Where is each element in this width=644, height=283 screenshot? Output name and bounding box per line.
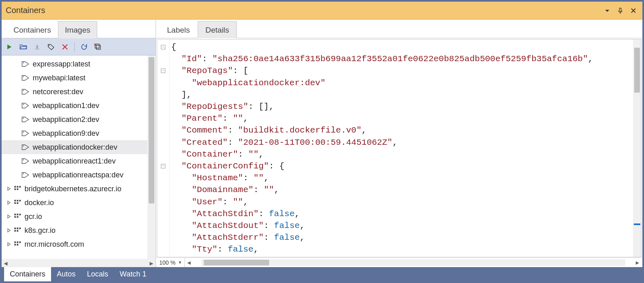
svg-point-0	[49, 45, 49, 46]
item-label: mywebapi:latest	[33, 74, 85, 82]
image-item[interactable]: netcorerest:dev	[2, 85, 147, 99]
expand-arrow-icon[interactable]	[5, 201, 13, 205]
tab-details[interactable]: Details	[198, 21, 237, 38]
image-item[interactable]: webapplicationdocker:dev	[2, 140, 147, 154]
image-item[interactable]: webapplication9:dev	[2, 126, 147, 140]
tag-icon	[21, 130, 30, 137]
editor-hscroll-right-icon[interactable]: ►	[633, 259, 642, 266]
hscroll-track[interactable]	[10, 260, 147, 266]
registry-item[interactable]: docker.io	[2, 196, 147, 210]
open-folder-button[interactable]	[18, 42, 29, 52]
json-editor: −−− { "Id": "sha256:0ae14a633f315b699aa1…	[157, 39, 642, 257]
pull-button[interactable]	[32, 42, 42, 52]
fold-toggle-icon[interactable]: −	[161, 45, 165, 49]
chevron-down-icon: ▼	[178, 260, 182, 265]
expand-arrow-icon[interactable]	[5, 187, 13, 191]
svg-rect-15	[17, 188, 18, 190]
panel-body: Containers Images	[2, 20, 642, 267]
toolbar-separator	[74, 42, 75, 52]
close-icon[interactable]	[628, 6, 638, 15]
zoom-dropdown[interactable]: 100 % ▼	[157, 258, 185, 267]
tree-vscroll[interactable]	[147, 55, 156, 259]
tag-button[interactable]	[46, 42, 56, 52]
panel-title: Containers	[6, 6, 599, 15]
window-options-icon[interactable]	[602, 6, 612, 15]
tag-icon	[21, 61, 30, 67]
image-tree[interactable]: expressapp:latestmywebapi:latestnetcorer…	[2, 55, 147, 259]
vscroll-up-icon[interactable]	[633, 40, 641, 47]
image-item[interactable]: webapplicationreactspa:dev	[2, 168, 147, 182]
svg-point-9	[23, 146, 24, 146]
delete-button[interactable]	[60, 42, 70, 52]
svg-rect-13	[17, 186, 18, 188]
image-item[interactable]: webapplicationreact1:dev	[2, 154, 147, 168]
tab-images[interactable]: Images	[58, 21, 97, 38]
expand-arrow-icon[interactable]	[5, 214, 13, 219]
svg-rect-30	[17, 230, 18, 232]
item-label: docker.io	[25, 199, 54, 206]
editor-hscroll-thumb[interactable]	[204, 260, 269, 265]
bottom-tab-containers[interactable]: Containers	[4, 267, 51, 281]
fold-gutter[interactable]: −−−	[157, 40, 169, 257]
tag-icon	[21, 102, 30, 109]
containers-panel: Containers Containers Images	[0, 0, 644, 283]
expand-arrow-icon[interactable]	[5, 242, 13, 246]
gutter-row	[157, 89, 169, 101]
refresh-button[interactable]	[79, 42, 89, 52]
image-item[interactable]: mywebapi:latest	[2, 71, 147, 85]
editor-vscroll-thumb[interactable]	[634, 48, 640, 93]
item-label: webapplicationdocker:dev	[33, 144, 117, 151]
gutter-row	[157, 196, 169, 208]
editor-hscroll[interactable]	[201, 259, 625, 266]
item-label: webapplication9:dev	[33, 130, 99, 137]
gutter-row	[157, 220, 169, 232]
fold-toggle-icon[interactable]: −	[161, 164, 165, 168]
bottom-tab-autos[interactable]: Autos	[51, 267, 81, 281]
gutter-row[interactable]: −	[157, 160, 169, 172]
prune-button[interactable]	[93, 42, 103, 52]
gutter-row	[157, 53, 169, 65]
item-label: webapplicationreact1:dev	[33, 157, 116, 165]
gutter-row	[157, 113, 169, 124]
image-item[interactable]: webapplication1:dev	[2, 99, 147, 113]
item-label: webapplication1:dev	[33, 102, 99, 109]
run-button[interactable]	[4, 42, 15, 52]
tree-vscroll-thumb[interactable]	[149, 57, 154, 203]
item-label: webapplication2:dev	[33, 116, 99, 123]
image-item[interactable]: webapplication2:dev	[2, 113, 147, 126]
bottom-tab-watch-1[interactable]: Watch 1	[114, 267, 152, 281]
svg-rect-29	[14, 230, 16, 232]
gutter-row	[157, 124, 169, 136]
json-code[interactable]: { "Id": "sha256:0ae14a633f315b699aa12f35…	[169, 40, 633, 257]
image-item[interactable]: expressapp:latest	[2, 57, 147, 71]
registry-icon	[13, 227, 22, 234]
registry-item[interactable]: mcr.microsoft.com	[2, 237, 147, 251]
tag-icon	[21, 172, 30, 178]
registry-item[interactable]: gcr.io	[2, 210, 147, 223]
registry-item[interactable]: k8s.gcr.io	[2, 223, 147, 237]
editor-vscroll[interactable]	[633, 40, 641, 257]
gutter-row[interactable]: −	[157, 65, 169, 77]
vscroll-down-icon[interactable]	[633, 250, 641, 257]
hscroll-right-icon[interactable]: ►	[147, 259, 156, 267]
editor-hscroll-left-icon[interactable]: ◄	[185, 259, 193, 266]
registry-item[interactable]: bridgetokubernetes.azurecr.io	[2, 182, 147, 196]
registry-icon	[13, 213, 22, 220]
tab-containers[interactable]: Containers	[7, 21, 58, 38]
hscroll-left-icon[interactable]: ◄	[2, 259, 10, 267]
tab-labels[interactable]: Labels	[159, 21, 198, 38]
tag-icon	[21, 88, 30, 95]
pin-icon[interactable]	[615, 6, 625, 15]
bottom-tab-locals[interactable]: Locals	[81, 267, 114, 281]
svg-rect-12	[14, 186, 16, 188]
fold-toggle-icon[interactable]: −	[161, 69, 165, 73]
gutter-row	[157, 148, 169, 160]
right-tabstrip: Labels Details	[156, 20, 642, 38]
svg-rect-36	[19, 241, 21, 243]
expand-arrow-icon[interactable]	[5, 228, 13, 232]
svg-rect-33	[17, 241, 18, 243]
tree-hscroll[interactable]: ◄ ►	[2, 259, 156, 267]
gutter-row[interactable]: −	[157, 41, 169, 53]
item-label: mcr.microsoft.com	[25, 241, 84, 248]
gutter-row	[157, 172, 169, 184]
